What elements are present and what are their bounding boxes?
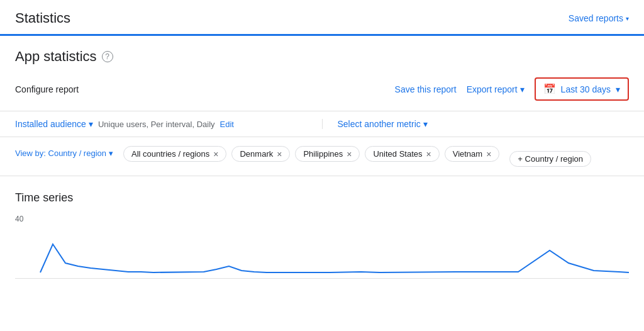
saved-reports-button[interactable]: Saved reports ▾ [569, 13, 629, 23]
chip-label: All countries / regions [131, 149, 209, 159]
filter-chip: United States× [365, 146, 439, 162]
select-metric-label: Select another metric [338, 119, 421, 129]
filter-chip: Philippines× [295, 146, 360, 162]
page-title: Statistics [15, 10, 70, 26]
filter-chip: Vietnam× [445, 146, 500, 162]
export-report-label: Export report [467, 84, 518, 94]
section-title: App statistics [15, 48, 97, 65]
select-metric-chevron-icon: ▾ [423, 119, 428, 129]
section-header: App statistics ? [0, 36, 644, 72]
configure-actions: Save this report Export report ▾ 📅 Last … [395, 77, 629, 101]
chart-y-label: 40 [15, 215, 629, 223]
filter-row: View by: Country / region ▾ All countrie… [0, 137, 644, 176]
chart-area [15, 228, 629, 279]
select-metric-button[interactable]: Select another metric ▾ [338, 119, 428, 129]
chip-label: Denmark [240, 149, 273, 159]
chip-label: United States [373, 149, 422, 159]
edit-button[interactable]: Edit [220, 120, 234, 129]
calendar-icon: 📅 [543, 83, 556, 95]
save-report-button[interactable]: Save this report [395, 84, 457, 94]
chip-remove-button[interactable]: × [213, 150, 218, 159]
metrics-right: Select another metric ▾ [323, 119, 630, 129]
export-report-button[interactable]: Export report ▾ [467, 84, 525, 94]
chevron-down-icon: ▾ [626, 15, 629, 22]
chip-remove-button[interactable]: × [277, 150, 282, 159]
installed-audience-button[interactable]: Installed audience ▾ [15, 119, 93, 129]
metrics-row: Installed audience ▾ Unique users, Per i… [0, 111, 644, 137]
filter-chip: Denmark× [231, 146, 290, 162]
installed-audience-label: Installed audience [15, 119, 86, 129]
chip-label: Philippines [303, 149, 343, 159]
chip-remove-button[interactable]: × [486, 150, 491, 159]
view-by-label: View by: Country / region [15, 149, 106, 158]
view-by-chevron-icon: ▾ [109, 149, 113, 158]
installed-audience-chevron-icon: ▾ [89, 119, 93, 129]
date-range-button[interactable]: 📅 Last 30 days ▾ [535, 77, 629, 101]
time-series-section: Time series 40 [0, 176, 644, 279]
chip-label: Vietnam [453, 149, 482, 159]
metric-sub-label: Unique users, Per interval, Daily [98, 120, 215, 129]
saved-reports-label: Saved reports [569, 13, 623, 23]
chart-svg [15, 225, 629, 276]
configure-label: Configure report [15, 84, 79, 94]
chip-remove-button[interactable]: × [426, 150, 431, 159]
filter-chip: All countries / regions× [123, 146, 226, 162]
view-by-button[interactable]: View by: Country / region ▾ [15, 149, 113, 158]
configure-row: Configure report Save this report Export… [0, 72, 644, 111]
chip-remove-button[interactable]: × [347, 150, 352, 159]
export-chevron-icon: ▾ [520, 84, 525, 94]
top-bar: Statistics Saved reports ▾ [0, 0, 644, 36]
metrics-left: Installed audience ▾ Unique users, Per i… [15, 119, 323, 129]
date-range-chevron-icon: ▾ [616, 84, 620, 94]
date-range-label: Last 30 days [561, 84, 611, 94]
add-filter-chip-button[interactable]: + Country / region [509, 151, 591, 167]
help-icon[interactable]: ? [102, 51, 113, 62]
time-series-title: Time series [15, 191, 629, 205]
filter-chips: All countries / regions×Denmark×Philippi… [123, 146, 499, 162]
